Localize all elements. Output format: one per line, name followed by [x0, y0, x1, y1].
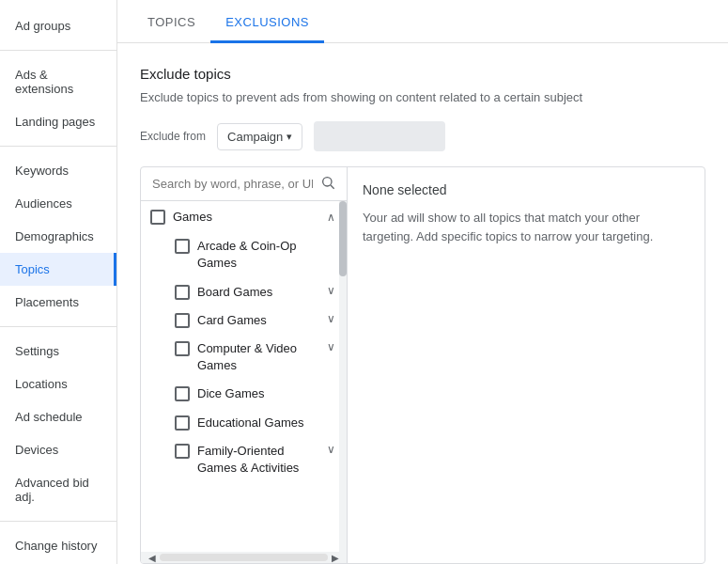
expand-card-games-icon[interactable]: ∨	[327, 312, 335, 325]
campaign-dropdown[interactable]: Campaign ▾	[217, 123, 302, 150]
exclusions-content: Exclude topics Exclude topics to prevent…	[117, 43, 728, 564]
topics-right-pane: None selected Your ad will show to all t…	[348, 167, 705, 563]
sidebar-item-ads-extensions[interactable]: Ads & extensions	[0, 58, 116, 105]
sidebar-item-ad-schedule[interactable]: Ad schedule	[0, 400, 116, 433]
sidebar-divider-4	[0, 521, 116, 522]
checkbox-games[interactable]	[150, 210, 165, 225]
sub-item-family-games-label: Family-Oriented Games & Activities	[197, 443, 319, 477]
scroll-left-icon[interactable]: ◀	[145, 553, 160, 563]
dropdown-arrow-icon: ▾	[287, 131, 292, 143]
sub-item-dice-games[interactable]: Dice Games	[141, 380, 347, 408]
sub-item-educational-games[interactable]: Educational Games	[141, 409, 347, 437]
checkbox-card-games[interactable]	[175, 313, 190, 328]
exclude-from-row: Exclude from Campaign ▾	[140, 121, 705, 151]
search-box	[141, 167, 347, 201]
sidebar-divider-3	[0, 326, 116, 327]
h-scroll-track[interactable]	[160, 554, 328, 561]
category-games-label: Games	[173, 210, 319, 224]
sidebar-item-demographics[interactable]: Demographics	[0, 220, 116, 253]
sub-item-computer-video-label: Computer & Video Games	[197, 340, 319, 374]
checkbox-board-games[interactable]	[175, 285, 190, 300]
search-icon	[320, 175, 335, 193]
sidebar-item-ad-groups[interactable]: Ad groups	[0, 9, 116, 42]
section-title: Exclude topics	[140, 66, 705, 82]
sidebar-divider-2	[0, 146, 116, 147]
vertical-scrollbar-track[interactable]	[339, 201, 347, 552]
tab-topics[interactable]: TOPICS	[132, 0, 210, 43]
sidebar-item-locations[interactable]: Locations	[0, 368, 116, 400]
sidebar-divider-1	[0, 50, 116, 51]
sidebar-item-devices[interactable]: Devices	[0, 433, 116, 466]
sidebar-item-keywords[interactable]: Keywords	[0, 154, 116, 187]
search-input[interactable]	[152, 177, 313, 191]
sidebar-item-advanced-bid[interactable]: Advanced bid adj.	[0, 466, 116, 513]
section-desc: Exclude topics to prevent ads from showi…	[140, 89, 705, 106]
sub-item-arcade[interactable]: Arcade & Coin-Op Games	[141, 232, 347, 277]
sub-item-arcade-label: Arcade & Coin-Op Games	[197, 238, 335, 272]
expand-family-games-icon[interactable]: ∨	[327, 443, 335, 456]
sidebar-item-topics[interactable]: Topics	[0, 253, 116, 286]
sidebar: Ad groups Ads & extensions Landing pages…	[0, 0, 117, 564]
campaign-dropdown-label: Campaign	[227, 130, 283, 144]
tabs-bar: TOPICS EXCLUSIONS	[117, 0, 728, 43]
sub-item-dice-games-label: Dice Games	[197, 385, 335, 402]
svg-point-0	[323, 178, 332, 186]
sidebar-item-audiences[interactable]: Audiences	[0, 187, 116, 220]
topics-left-pane: Games ∧ Arcade & Coin-Op Games Board Gam…	[141, 167, 348, 563]
horizontal-scrollbar: ◀ ▶	[141, 552, 347, 563]
sub-item-educational-games-label: Educational Games	[197, 415, 335, 431]
category-games[interactable]: Games ∧	[141, 201, 347, 232]
checkbox-computer-video[interactable]	[175, 341, 190, 356]
topics-split-pane: Games ∧ Arcade & Coin-Op Games Board Gam…	[140, 166, 705, 564]
topics-list: Games ∧ Arcade & Coin-Op Games Board Gam…	[141, 201, 347, 552]
expand-computer-video-icon[interactable]: ∨	[327, 340, 335, 353]
checkbox-family-games[interactable]	[175, 444, 190, 459]
sub-item-board-games[interactable]: Board Games ∨	[141, 278, 347, 306]
collapse-games-icon[interactable]: ∧	[327, 211, 335, 224]
none-selected-title: None selected	[363, 182, 689, 197]
checkbox-arcade[interactable]	[175, 239, 190, 254]
tab-exclusions[interactable]: EXCLUSIONS	[210, 0, 324, 43]
vertical-scrollbar-thumb[interactable]	[339, 201, 347, 276]
main-content: TOPICS EXCLUSIONS Exclude topics Exclude…	[117, 0, 728, 564]
exclude-from-label: Exclude from	[140, 130, 206, 143]
campaign-field	[314, 121, 445, 151]
checkbox-dice-games[interactable]	[175, 386, 190, 401]
sub-item-computer-video[interactable]: Computer & Video Games ∨	[141, 335, 347, 380]
sidebar-item-placements[interactable]: Placements	[0, 286, 116, 319]
sidebar-item-settings[interactable]: Settings	[0, 335, 116, 368]
expand-board-games-icon[interactable]: ∨	[327, 284, 335, 297]
checkbox-educational-games[interactable]	[175, 415, 190, 431]
none-selected-desc: Your ad will show to all topics that mat…	[363, 209, 689, 245]
sub-item-card-games[interactable]: Card Games ∨	[141, 306, 347, 335]
sidebar-item-landing-pages[interactable]: Landing pages	[0, 105, 116, 138]
sub-item-family-games[interactable]: Family-Oriented Games & Activities ∨	[141, 437, 347, 482]
sub-item-card-games-label: Card Games	[197, 312, 319, 329]
svg-line-1	[331, 185, 334, 189]
sidebar-item-change-history[interactable]: Change history	[0, 529, 116, 562]
sub-item-board-games-label: Board Games	[197, 284, 319, 301]
scroll-right-icon[interactable]: ▶	[328, 553, 343, 563]
